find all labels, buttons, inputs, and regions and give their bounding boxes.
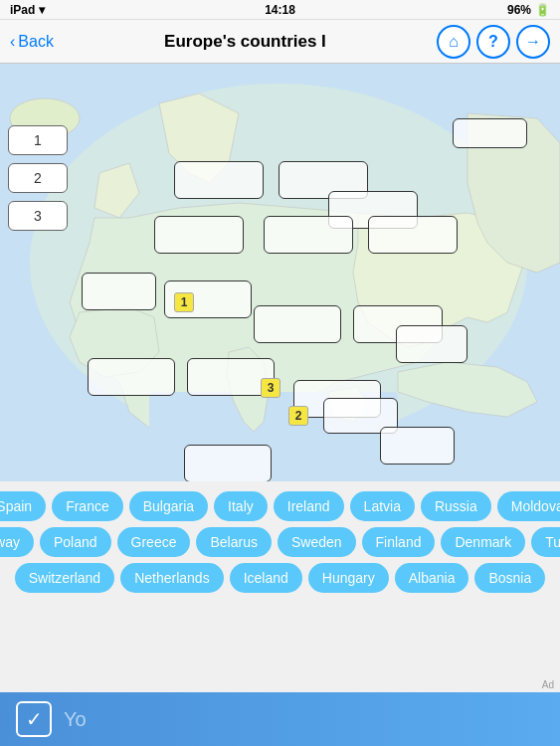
nav-bar: ‹ Back Europe's countries I ⌂ ? →: [0, 20, 560, 64]
country-button-bosnia[interactable]: Bosnia: [474, 563, 545, 593]
country-button-turkey[interactable]: Turkey: [531, 527, 560, 557]
map-box-norway[interactable]: [174, 161, 264, 199]
back-chevron-icon: ‹: [10, 33, 15, 51]
button-row-3: SwitzerlandNetherlandsIcelandHungaryAlba…: [8, 563, 552, 593]
country-button-switzerland[interactable]: Switzerland: [15, 563, 114, 593]
country-button-hungary[interactable]: Hungary: [308, 563, 389, 593]
country-button-poland[interactable]: Poland: [40, 527, 111, 557]
marker-2: 2: [288, 406, 308, 426]
buttons-area: SpainFranceBulgariaItalyIrelandLatviaRus…: [0, 481, 560, 605]
side-box-1: 1: [8, 125, 68, 155]
next-icon: →: [525, 33, 541, 51]
button-row-1: SpainFranceBulgariaItalyIrelandLatviaRus…: [8, 491, 552, 521]
country-button-france[interactable]: France: [52, 491, 123, 521]
map-box-italy[interactable]: [184, 445, 272, 481]
country-button-finland[interactable]: Finland: [362, 527, 436, 557]
bottom-bar: ✓ Yo: [0, 692, 560, 746]
map-area: 1 2 3 1 2 3: [0, 64, 560, 481]
ad-label: Ad: [542, 679, 554, 690]
next-button[interactable]: →: [516, 25, 550, 59]
country-button-sweden[interactable]: Sweden: [278, 527, 356, 557]
side-box-2: 2: [8, 163, 68, 193]
country-button-bulgaria[interactable]: Bulgaria: [129, 491, 208, 521]
wifi-icon: ▾: [39, 3, 45, 17]
battery-label: 96%: [507, 3, 531, 17]
status-bar: iPad ▾ 14:18 96% 🔋: [0, 0, 560, 20]
country-button-denmark[interactable]: Denmark: [441, 527, 525, 557]
map-box-uk[interactable]: [154, 216, 244, 254]
country-button-ireland[interactable]: Ireland: [274, 491, 344, 521]
map-box-iceland[interactable]: [453, 118, 527, 148]
page-title: Europe's countries I: [164, 32, 326, 52]
side-box-1-label: 1: [34, 132, 42, 148]
back-label: Back: [18, 33, 54, 51]
status-right: 96% 🔋: [507, 3, 550, 17]
country-button-latvia[interactable]: Latvia: [350, 491, 415, 521]
marker-1: 1: [174, 292, 194, 312]
status-time: 14:18: [265, 3, 295, 17]
country-button-russia[interactable]: Russia: [421, 491, 491, 521]
side-box-2-label: 2: [34, 170, 42, 186]
check-button[interactable]: ✓: [16, 701, 52, 737]
country-button-moldova[interactable]: Moldova: [497, 491, 560, 521]
status-left: iPad ▾: [10, 3, 45, 17]
map-box-ireland[interactable]: [82, 273, 156, 310]
home-button[interactable]: ⌂: [437, 25, 470, 59]
side-box-3: 3: [8, 201, 68, 231]
help-button[interactable]: ?: [476, 25, 510, 59]
battery-icon: 🔋: [535, 3, 550, 17]
check-icon-symbol: ✓: [26, 707, 43, 731]
map-box-spain[interactable]: [88, 358, 175, 396]
marker-3: 3: [261, 378, 280, 398]
map-box-turkey[interactable]: [380, 427, 455, 465]
answer-input[interactable]: Yo: [64, 708, 87, 731]
country-button-spain[interactable]: Spain: [0, 491, 46, 521]
back-button[interactable]: ‹ Back: [10, 33, 54, 51]
country-button-greece[interactable]: Greece: [117, 527, 191, 557]
map-box-moldova[interactable]: [396, 325, 467, 363]
map-box-russia[interactable]: [368, 216, 458, 254]
map-box-poland[interactable]: [254, 305, 341, 343]
side-box-3-label: 3: [34, 208, 42, 224]
device-label: iPad: [10, 3, 35, 17]
map-box-denmark[interactable]: [264, 216, 353, 254]
country-button-italy[interactable]: Italy: [214, 491, 268, 521]
home-icon: ⌂: [449, 33, 459, 51]
country-button-norway[interactable]: Norway: [0, 527, 34, 557]
help-icon: ?: [488, 33, 498, 51]
country-button-netherlands[interactable]: Netherlands: [120, 563, 224, 593]
button-row-2: NorwayPolandGreeceBelarusSwedenFinlandDe…: [8, 527, 552, 557]
country-button-belarus[interactable]: Belarus: [196, 527, 271, 557]
country-button-albania[interactable]: Albania: [395, 563, 469, 593]
country-button-iceland[interactable]: Iceland: [230, 563, 302, 593]
nav-right-buttons: ⌂ ? →: [437, 25, 550, 59]
